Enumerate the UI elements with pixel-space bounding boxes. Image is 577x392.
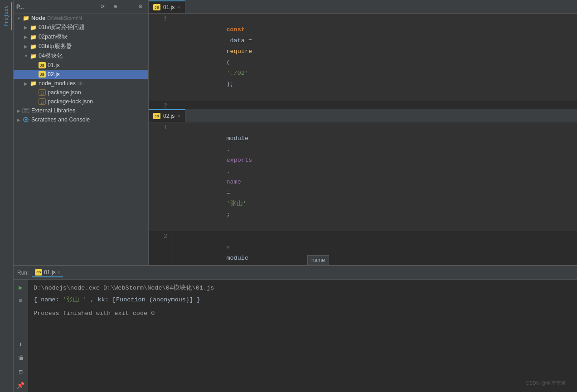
tab-01js[interactable]: JS 01.js × <box>149 0 185 13</box>
refresh-icon[interactable]: ⟳ <box>97 2 107 12</box>
token-const: const <box>226 26 245 33</box>
tree-item-module[interactable]: ▾ 📁 04模块化 <box>14 51 148 61</box>
code-editor-1[interactable]: 1 const data = require ( './02' ); 2 <box>149 14 577 109</box>
code-line-e2-2: 2 ▽ module . exports . kk = function () … <box>149 231 577 265</box>
tree-item-node-root[interactable]: ▾ 📁 Node D:\WebStorm\N <box>14 14 148 23</box>
folder-icon: 📁 <box>29 24 37 31</box>
run-finish-text: Process finished with exit code 0 <box>34 310 155 317</box>
tree-item-ext-libs[interactable]: ▶ External Libraries <box>14 106 148 115</box>
folder-icon: 📁 <box>29 53 37 60</box>
tree-arrow: ▶ <box>23 34 29 39</box>
line-content-e2-2[interactable]: ▽ module . exports . kk = function () { <box>171 231 577 265</box>
run-content: ▶ ■ ⬇ 🗑 ⊟ 📌 D:\nodejs\node.exe D:\WebSto… <box>14 280 577 392</box>
token-name: name <box>226 179 241 185</box>
token-semi: ; <box>226 211 230 218</box>
line-number-e2-1: 1 <box>149 122 171 231</box>
tree-arrow: ▶ <box>23 81 29 86</box>
tab-close-01js[interactable]: × <box>177 5 180 10</box>
tree-label: package-lock.json <box>48 98 93 105</box>
run-panel: Run: JS 01.js × ▶ ■ ⬇ 🗑 ⊟ 📌 D:\nodejs <box>14 265 577 392</box>
tree-item-node-modules[interactable]: ▶ 📁 node_modules lib... <box>14 79 148 88</box>
code-editor-2[interactable]: 1 module . exports . name = '张山' ; <box>149 122 577 265</box>
tab-label: 01.js <box>163 4 175 10</box>
line-content-2[interactable]: console . log ( data ); | <box>171 101 577 109</box>
run-play-button[interactable]: ▶ <box>16 282 26 292</box>
run-stop-button[interactable]: ■ <box>16 296 26 306</box>
tab-label-2: 02.js <box>163 113 175 119</box>
tree-arrow: ▾ <box>15 16 22 21</box>
svg-rect-0 <box>23 108 29 113</box>
tree-label: node_modules <box>39 80 76 87</box>
tree-item-package-lock[interactable]: { } package-lock.json <box>14 97 148 106</box>
main-area: P... ⟳ ⊕ ≡ ⚙ ▾ 📁 Node D:\WebStorm\N ▶ 📁 … <box>14 0 577 392</box>
run-tab-close[interactable]: × <box>58 270 60 275</box>
token-require: require <box>226 48 252 55</box>
tree-label: 03http服务器 <box>39 43 72 50</box>
tree-label: 02path模块 <box>39 33 68 41</box>
token-path: './02' <box>226 70 248 77</box>
tab-bar-1: JS 01.js × <box>149 0 577 14</box>
code-lines-2: 1 module . exports . name = '张山' ; <box>149 122 577 265</box>
tree-item-http[interactable]: ▶ 📁 03http服务器 <box>14 42 148 51</box>
autocomplete-popup: name <box>307 255 329 265</box>
settings-icon[interactable]: ⚙ <box>136 2 145 12</box>
run-tab[interactable]: JS 01.js × <box>32 268 63 277</box>
tree-path: D:\WebStorm\N <box>47 15 82 21</box>
token-module2: module <box>226 255 248 261</box>
run-finish-line: Process finished with exit code 0 <box>34 309 572 319</box>
watermark: CSDN @重庆李豪 <box>526 378 572 388</box>
tree-label: 02.js <box>48 71 59 77</box>
tree-arrow: ▶ <box>15 117 22 122</box>
locate-icon[interactable]: ⊕ <box>110 2 120 12</box>
folder-icon: 📁 <box>29 43 37 50</box>
project-tab[interactable]: Project <box>2 2 12 30</box>
code-line-2: 2 console . log ( data ); | <box>149 101 577 109</box>
tab-02js[interactable]: JS 02.js × <box>149 109 185 122</box>
tree-item-path[interactable]: ▶ 📁 02path模块 <box>14 32 148 42</box>
token-dot2: . <box>226 168 230 174</box>
run-output: D:\nodejs\node.exe D:\WebStorm\Node\04模块… <box>28 280 577 392</box>
run-output-result: { name: '张山 ' , kk: [Function (anonymous… <box>34 295 572 305</box>
split-button[interactable]: ⊟ <box>16 367 26 377</box>
js-file-icon: JS <box>38 71 46 78</box>
editor-area: JS 01.js × 1 const data = require ( <box>149 0 577 265</box>
fold-icon-2[interactable]: ▽ <box>226 242 232 253</box>
tree-label: 01fs读写路径问题 <box>39 24 85 31</box>
token-zhangshan: '张山' <box>226 200 246 207</box>
folder-icon: 📁 <box>29 80 37 87</box>
lib-icon <box>22 107 30 114</box>
tree-item-01js[interactable]: JS 01.js <box>14 61 148 70</box>
autocomplete-value[interactable]: name <box>311 257 325 263</box>
scroll-down-button[interactable]: ⬇ <box>16 339 26 349</box>
token-dot: . <box>226 146 230 153</box>
tab-close-02js[interactable]: × <box>177 113 180 119</box>
tree-arrow: ▶ <box>23 44 29 49</box>
tree-arrow: ▾ <box>23 53 29 58</box>
tree-title: P... <box>16 4 24 10</box>
tree-path: lib... <box>78 81 87 86</box>
tree-label: 04模块化 <box>39 52 63 60</box>
pin-button[interactable]: 📌 <box>16 380 26 390</box>
tree-label: Scratches and Console <box>31 116 90 123</box>
token-paren-close: ); <box>226 81 233 87</box>
run-label: Run: <box>17 270 29 276</box>
tree-arrow: ▶ <box>23 25 29 30</box>
tab-bar-2: JS 02.js × <box>149 109 577 122</box>
run-side-toolbar: ▶ ■ ⬇ 🗑 ⊟ 📌 <box>14 280 28 392</box>
tree-label: 01.js <box>48 62 59 68</box>
trash-button[interactable]: 🗑 <box>16 353 26 363</box>
tree-item-package-json[interactable]: { } package.json <box>14 88 148 97</box>
tree-item-02js[interactable]: JS 02.js <box>14 70 148 79</box>
collapse-icon[interactable]: ≡ <box>123 2 133 12</box>
scratches-icon <box>22 116 30 123</box>
tree-toolbar: P... ⟳ ⊕ ≡ ⚙ <box>14 0 148 14</box>
tree-label: External Libraries <box>31 107 75 114</box>
line-content-e2-1[interactable]: module . exports . name = '张山' ; <box>171 122 577 231</box>
code-lines-1: 1 const data = require ( './02' ); 2 <box>149 14 577 109</box>
tree-item-fs[interactable]: ▶ 📁 01fs读写路径问题 <box>14 23 148 32</box>
tree-label: Node <box>31 15 45 21</box>
folder-icon: 📁 <box>22 15 30 22</box>
tree-label: package.json <box>48 89 81 96</box>
line-content-1[interactable]: const data = require ( './02' ); <box>171 14 577 101</box>
tree-item-scratches[interactable]: ▶ Scratches and Console <box>14 115 148 124</box>
